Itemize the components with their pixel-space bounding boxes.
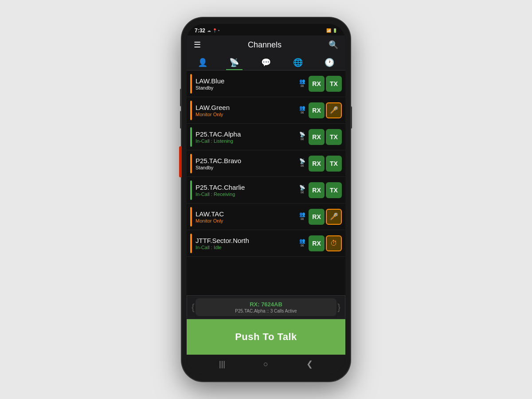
- power-button[interactable]: [350, 106, 352, 129]
- channel-name: LAW.Blue: [196, 77, 299, 85]
- tab-messages[interactable]: 💬: [256, 56, 276, 70]
- channel-meta-icons: 👥 ✉: [299, 79, 305, 88]
- nav-home-button[interactable]: ○: [263, 360, 268, 369]
- channel-name: JTTF.Sector.North: [196, 237, 299, 244]
- signal-icon: 📡: [299, 159, 305, 164]
- app-header: ☰ Channels 🔍: [187, 35, 345, 54]
- bracket-right: }: [337, 302, 340, 313]
- rx-button[interactable]: RX: [309, 235, 325, 251]
- channel-name: P25.TAC.Charlie: [196, 184, 299, 191]
- vol-up-button[interactable]: [180, 89, 182, 106]
- rx-button[interactable]: RX: [309, 76, 325, 92]
- rx-button[interactable]: RX: [309, 156, 325, 172]
- channel-name: P25.TAC.Bravo: [196, 157, 299, 164]
- tab-contacts[interactable]: 👤: [192, 56, 213, 70]
- tab-history[interactable]: 🕐: [319, 56, 340, 70]
- battery-icon: 🔋: [332, 28, 337, 33]
- tab-channels[interactable]: 📡: [224, 56, 244, 70]
- tx-timer-button[interactable]: ⏱: [326, 235, 342, 251]
- tab-global[interactable]: 🌐: [288, 56, 308, 70]
- rx-button[interactable]: RX: [309, 209, 325, 225]
- channel-meta-icons: 📡 ✉: [299, 185, 305, 195]
- channel-info: LAW.Green Monitor Only: [196, 104, 299, 117]
- rx-button[interactable]: RX: [309, 129, 325, 145]
- history-icon: 🕐: [325, 58, 334, 67]
- rx-button[interactable]: RX: [309, 102, 325, 118]
- channel-indicator: [190, 154, 192, 173]
- channel-row[interactable]: LAW.Blue Standby 👥 ✉ RX TX: [187, 70, 345, 97]
- message-icon: ✉: [301, 137, 304, 141]
- message-icon: ✉: [301, 84, 304, 88]
- signal-icon: 📡: [299, 185, 305, 190]
- tx-muted-button[interactable]: 🎤: [326, 102, 342, 118]
- channel-controls: 📡 ✉ RX TX: [299, 182, 342, 198]
- channel-meta-icons: 👥 ✉: [299, 212, 305, 221]
- mute-microphone-icon: 🎤: [329, 106, 338, 114]
- channel-info: JTTF.Sector.North In-Call : Idle: [196, 237, 299, 250]
- nav-back-button[interactable]: ❮: [306, 359, 313, 369]
- channel-info: P25.TAC.Bravo Standby: [196, 157, 299, 170]
- channel-name: LAW.TAC: [196, 210, 299, 218]
- active-call-banner: { RX: 7624AB P25.TAC.Alpha :: 3 Calls Ac…: [187, 295, 345, 319]
- search-button[interactable]: 🔍: [329, 40, 338, 50]
- channel-status: In-Call : Listening: [196, 138, 299, 144]
- tx-button[interactable]: TX: [326, 156, 342, 172]
- channel-indicator: [190, 127, 192, 147]
- vol-down-button[interactable]: [180, 111, 182, 129]
- active-call-info: RX: 7624AB P25.TAC.Alpha :: 3 Calls Acti…: [196, 298, 337, 316]
- channel-indicator: [190, 207, 192, 227]
- tx-button[interactable]: TX: [326, 182, 342, 198]
- channel-controls: 👥 ✉ RX ⏱: [299, 235, 342, 251]
- page-title: Channels: [248, 40, 282, 50]
- user-icon: 👥: [299, 106, 305, 110]
- message-icon: ✉: [301, 244, 304, 248]
- tx-muted-button[interactable]: 🎤: [326, 209, 342, 225]
- channel-row[interactable]: LAW.TAC Monitor Only 👥 ✉ RX 🎤: [187, 203, 345, 230]
- tx-button[interactable]: TX: [326, 76, 342, 92]
- nav-bar: ||| ○ ❮: [187, 355, 345, 374]
- active-call-sub: P25.TAC.Alpha :: 3 Calls Active: [201, 309, 332, 313]
- global-icon: 🌐: [293, 58, 303, 67]
- channel-name: P25.TAC.Alpha: [196, 130, 299, 138]
- channel-meta-icons: 👥 ✉: [299, 239, 305, 248]
- channel-indicator: [190, 101, 192, 120]
- message-icon: ✉: [301, 217, 304, 221]
- timer-icon: ⏱: [330, 239, 337, 247]
- status-bar: 7:32 ☁ 📍 • 📶 🔋: [187, 24, 345, 35]
- hardware-ptt-button[interactable]: [179, 146, 182, 177]
- tx-button[interactable]: TX: [326, 129, 342, 145]
- menu-button[interactable]: ☰: [194, 40, 201, 50]
- channel-row[interactable]: JTTF.Sector.North In-Call : Idle 👥 ✉ RX …: [187, 230, 345, 257]
- channels-icon: 📡: [229, 58, 239, 67]
- channel-list: LAW.Blue Standby 👥 ✉ RX TX LAW.Green: [187, 70, 345, 295]
- user-icon: 👥: [299, 239, 305, 243]
- message-icon: ✉: [301, 111, 304, 115]
- push-to-talk-button[interactable]: Push To Talk: [187, 319, 345, 355]
- rx-button[interactable]: RX: [309, 182, 325, 198]
- channel-controls: 📡 ✉ RX TX: [299, 156, 342, 172]
- channel-indicator: [190, 234, 192, 253]
- channel-status: Standby: [196, 165, 299, 170]
- messages-icon: 💬: [261, 58, 271, 67]
- channel-controls: 📡 ✉ RX TX: [299, 129, 342, 145]
- signal-icon: 📡: [299, 132, 305, 137]
- channel-meta-icons: 👥 ✉: [299, 106, 305, 115]
- active-call-rx: RX: 7624AB: [201, 301, 332, 308]
- channel-row[interactable]: P25.TAC.Bravo Standby 📡 ✉ RX TX: [187, 150, 345, 177]
- channel-indicator: [190, 74, 192, 94]
- channel-controls: 👥 ✉ RX TX: [299, 76, 342, 92]
- channel-row[interactable]: P25.TAC.Charlie In-Call : Receiving 📡 ✉ …: [187, 177, 345, 203]
- message-icon: ✉: [301, 191, 304, 195]
- tab-bar: 👤 📡 💬 🌐 🕐: [187, 54, 345, 70]
- channel-row[interactable]: LAW.Green Monitor Only 👥 ✉ RX 🎤: [187, 97, 345, 124]
- user-icon: 👥: [299, 79, 305, 84]
- message-icon: ✉: [301, 164, 304, 168]
- channel-info: LAW.TAC Monitor Only: [196, 210, 299, 223]
- channel-info: LAW.Blue Standby: [196, 77, 299, 90]
- channel-meta-icons: 📡 ✉: [299, 132, 305, 141]
- contacts-icon: 👤: [198, 58, 207, 67]
- nav-recents-button[interactable]: |||: [219, 360, 225, 369]
- channel-row[interactable]: P25.TAC.Alpha In-Call : Listening 📡 ✉ RX…: [187, 124, 345, 150]
- channel-info: P25.TAC.Charlie In-Call : Receiving: [196, 184, 299, 197]
- phone-device: 7:32 ☁ 📍 • 📶 🔋 ☰ Channels 🔍 👤 📡 💬: [182, 18, 350, 381]
